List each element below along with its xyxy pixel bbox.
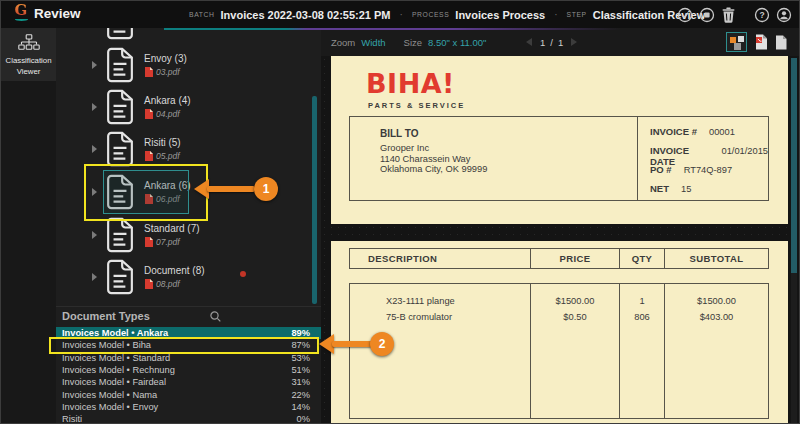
bill-to-label: BILL TO xyxy=(380,128,487,139)
table-cell: $403.00 xyxy=(665,309,768,325)
po-number-value: RT74Q-897 xyxy=(684,165,732,175)
page-current: 1 xyxy=(540,37,545,48)
table-cell: $0.50 xyxy=(531,309,619,325)
pdf-icon xyxy=(144,67,153,77)
document-icon xyxy=(106,89,134,125)
doc-type-confidence: 51% xyxy=(291,365,310,375)
stop-icon[interactable] xyxy=(699,7,715,23)
prev-page-icon[interactable] xyxy=(526,38,532,46)
page-total: 1 xyxy=(558,37,563,48)
invoice-tagline: PARTS & SERVICE xyxy=(368,101,465,110)
bill-to-block: BILL TO Grooper Inc 1140 Charassein Way … xyxy=(380,128,487,175)
hierarchy-icon xyxy=(18,34,40,51)
tree-item-envoy[interactable]: Envoy (3) 03.pdf xyxy=(92,43,307,86)
doc-type-label: Invoices Model • Nama xyxy=(62,390,157,400)
expand-arrow-icon[interactable] xyxy=(92,231,97,239)
grooper-logo-icon[interactable]: G xyxy=(11,3,31,21)
invoice-number-value: 00001 xyxy=(709,127,735,137)
table-cell: $1500.00 xyxy=(665,293,768,309)
doc-type-row-nama[interactable]: Invoices Model • Nama 22% xyxy=(56,389,321,401)
search-icon[interactable] xyxy=(209,310,222,323)
tree-item-02[interactable]: 02.pdf xyxy=(92,28,307,43)
doc-type-row-risiti[interactable]: Risiti 0% xyxy=(56,413,321,424)
expand-arrow-icon[interactable] xyxy=(92,103,97,111)
page-title: Review xyxy=(34,6,81,21)
viewer-toolbar-buttons xyxy=(726,32,787,52)
pdf-icon xyxy=(144,109,153,119)
document-types-title: Document Types xyxy=(62,310,150,322)
doc-type-confidence: 31% xyxy=(291,377,310,387)
col-price: $1500.00 $0.50 xyxy=(531,284,620,418)
svg-text:?: ? xyxy=(759,10,764,20)
batch-value: Invoices 2022-03-08 02:55:21 PM xyxy=(221,9,391,21)
table-cell: 75-B cromulator xyxy=(386,309,530,325)
net-value: 15 xyxy=(681,184,691,194)
document-types-panel: Document Types Invoices Model • Ankara 8… xyxy=(56,306,321,424)
doc-type-label: Invoices Model • Envoy xyxy=(62,402,158,412)
document-icon xyxy=(106,28,134,40)
next-page-icon[interactable] xyxy=(571,38,577,46)
doc-type-confidence: 0% xyxy=(297,414,310,424)
tree-item-label: Standard (7) xyxy=(144,223,214,235)
page-icon[interactable] xyxy=(775,35,787,50)
help-icon[interactable]: ? xyxy=(754,7,770,23)
separator-dot: · xyxy=(545,9,566,20)
sidebar-item-classification-viewer[interactable]: Classification Viewer xyxy=(1,28,56,81)
process-value: Invoices Process xyxy=(455,9,545,21)
top-bar: G Review BATCH Invoices 2022-03-08 02:55… xyxy=(1,1,800,28)
size-value[interactable]: 8.50" x 11.00" xyxy=(428,37,486,48)
task-complete-icon[interactable] xyxy=(677,7,693,23)
doc-type-row-envoy[interactable]: Invoices Model • Envoy 14% xyxy=(56,401,321,413)
tree-item-file: 05.pdf xyxy=(156,151,180,161)
callout-number-2: 2 xyxy=(370,332,394,356)
zoom-label: Zoom xyxy=(331,37,355,48)
doc-type-label: Invoices Model • Standard xyxy=(62,353,170,363)
invoice-logo: BIHA! xyxy=(366,68,455,99)
progress-divider xyxy=(164,28,621,30)
expand-arrow-icon[interactable] xyxy=(92,61,97,69)
batch-label: BATCH xyxy=(189,11,215,18)
tree-scrollbar[interactable] xyxy=(312,96,317,304)
viewer-scrollbar-thumb[interactable] xyxy=(791,58,797,273)
pdf-icon xyxy=(144,151,153,161)
bill-to-line: Oklahoma City, OK 99999 xyxy=(380,164,487,175)
info-box-divider xyxy=(637,117,638,200)
doc-type-row-fairdeal[interactable]: Invoices Model • Fairdeal 31% xyxy=(56,376,321,388)
tree-item-file: 04.pdf xyxy=(156,109,180,119)
annotation-highlight-box-2 xyxy=(49,337,319,354)
tree-item-file: 08.pdf xyxy=(156,279,180,289)
tree-item-label: Risiti (5) xyxy=(144,137,214,149)
expand-arrow-icon[interactable] xyxy=(92,145,97,153)
flag-dot-icon xyxy=(240,271,246,277)
viewer-scrollbar[interactable] xyxy=(791,58,797,423)
expand-arrow-icon[interactable] xyxy=(92,273,97,281)
pdf-icon xyxy=(144,237,153,247)
bill-to-line: Grooper Inc xyxy=(380,143,487,154)
tree-item-label: Envoy (3) xyxy=(144,53,214,65)
sidebar-item-label: Classification xyxy=(6,55,52,66)
tree-item-label: Ankara (4) xyxy=(144,95,214,107)
left-rail: Classification Viewer xyxy=(1,28,56,423)
invoice-date-value: 01/01/2015 xyxy=(721,146,768,156)
pdf-icon xyxy=(144,279,153,289)
doc-type-row-rechnung[interactable]: Invoices Model • Rechnung 51% xyxy=(56,364,321,376)
invoice-page-table-section: DESCRIPTION PRICE QTY SUBTOTAL X23-1111 … xyxy=(331,241,788,423)
table-cell: $1500.00 xyxy=(531,293,619,309)
trash-icon[interactable] xyxy=(721,7,736,23)
pdf-export-icon[interactable] xyxy=(754,34,768,50)
zoom-value[interactable]: Width xyxy=(361,37,385,48)
account-icon[interactable] xyxy=(776,7,792,23)
col-header-qty: QTY xyxy=(620,249,665,268)
viewer-canvas[interactable]: BIHA! PARTS & SERVICE BILL TO Grooper In… xyxy=(321,56,800,423)
logo-letter: G xyxy=(11,3,31,18)
invoice-table-header: DESCRIPTION PRICE QTY SUBTOTAL xyxy=(349,248,769,269)
doc-type-confidence: 53% xyxy=(291,353,310,363)
table-cell: 1 xyxy=(620,293,664,309)
step-label: STEP xyxy=(567,11,587,18)
tree-item-document8[interactable]: Document (8) 08.pdf xyxy=(92,255,307,298)
separator-dot: · xyxy=(391,9,412,20)
invoice-table-body: X23-1111 plange 75-B cromulator $1500.00… xyxy=(349,283,769,419)
tree-item-ankara4[interactable]: Ankara (4) 04.pdf xyxy=(92,85,307,128)
thumbnails-icon[interactable] xyxy=(726,32,747,52)
doc-type-label: Invoices Model • Fairdeal xyxy=(62,377,166,387)
